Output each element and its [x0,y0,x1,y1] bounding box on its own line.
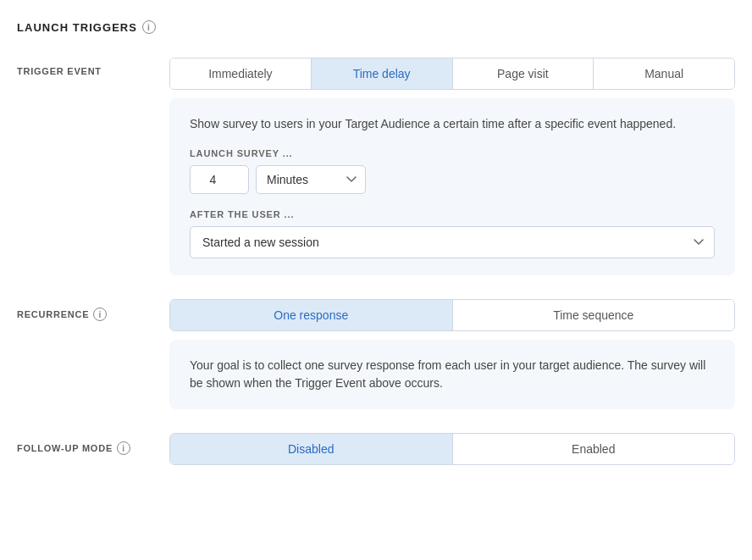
launch-survey-unit-select[interactable]: Minutes Hours Days [256,165,366,194]
tab-one-response[interactable]: One response [170,300,452,330]
follow-up-mode-content: Disabled Enabled [169,433,735,465]
trigger-event-panel: Show survey to users in your Target Audi… [169,98,735,275]
launch-survey-number-input[interactable] [190,165,249,194]
trigger-event-description: Show survey to users in your Target Audi… [190,115,715,133]
follow-up-info-icon[interactable]: i [117,441,130,455]
recurrence-panel: Your goal is to collect one survey respo… [169,340,735,409]
recurrence-description: Your goal is to collect one survey respo… [190,357,715,392]
after-user-label: AFTER THE USER ... [190,209,715,219]
recurrence-content: One response Time sequence Your goal is … [169,299,735,409]
page-title-info-icon[interactable]: i [142,20,156,34]
after-user-event-select[interactable]: Started a new session Visited a page Cli… [190,226,715,258]
launch-survey-fields: Minutes Hours Days [190,165,715,194]
follow-up-mode-tab-group: Disabled Enabled [169,433,735,465]
trigger-event-label: TRIGGER EVENT [17,58,169,76]
trigger-event-tab-group: Immediately Time delay Page visit Manual [169,58,735,90]
tab-page-visit[interactable]: Page visit [452,58,594,89]
page-title: LAUNCH TRIGGERS i [17,20,735,34]
tab-disabled[interactable]: Disabled [170,434,452,464]
follow-up-mode-section: FOLLOW-UP MODE i Disabled Enabled [17,433,735,465]
launch-survey-label: LAUNCH SURVEY ... [190,148,715,158]
recurrence-label: RECURRENCE i [17,299,169,321]
trigger-event-content: Immediately Time delay Page visit Manual… [169,58,735,275]
tab-time-sequence[interactable]: Time sequence [452,300,735,330]
recurrence-tab-group: One response Time sequence [169,299,735,331]
recurrence-info-icon[interactable]: i [93,308,107,321]
tab-immediately[interactable]: Immediately [170,58,311,89]
follow-up-mode-label: FOLLOW-UP MODE i [17,433,169,455]
recurrence-section: RECURRENCE i One response Time sequence … [17,299,735,409]
page-title-text: LAUNCH TRIGGERS [17,21,137,34]
tab-manual[interactable]: Manual [593,58,734,89]
trigger-event-section: TRIGGER EVENT Immediately Time delay Pag… [17,58,735,275]
tab-enabled[interactable]: Enabled [452,434,735,464]
tab-time-delay[interactable]: Time delay [311,58,452,89]
